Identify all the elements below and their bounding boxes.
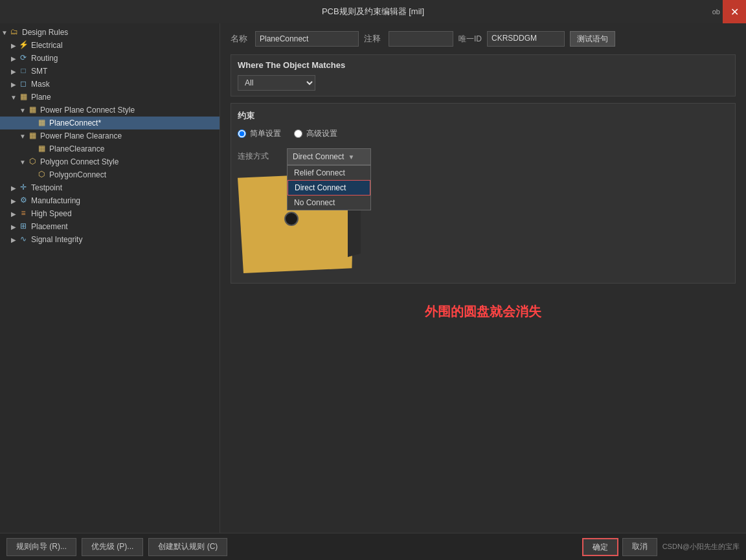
simple-label: 简单设置 [250,128,281,139]
tree-node-icon: ✛ [18,183,28,193]
tree-node-icon: ⊞ [18,221,28,232]
tree-arrow-icon: ▶ [9,185,18,192]
unique-id-label: 唯一ID [458,34,482,45]
priority-button[interactable]: 优先级 (P)... [82,538,143,556]
tree-arrow-icon: ▼ [9,94,18,101]
sidebar-item-plane[interactable]: ▼ ▦ Plane [0,91,220,104]
tree-arrow-icon: ▶ [9,210,18,218]
tree-node-icon: ▦ [36,144,47,154]
constraint-section: 约束 简单设置 高级设置 连接方式 Direct Connect ▼ [231,103,736,284]
tree-node-label: Polygon Connect Style [40,157,119,166]
tree-node-label: Signal Integrity [31,235,82,244]
connect-dropdown-button[interactable]: Direct Connect ▼ [287,148,371,165]
tree-node-icon: ⟳ [18,53,28,63]
tree-node-icon: ≡ [18,208,28,219]
tree-arrow-icon: ▶ [9,236,18,243]
window-title: PCB规则及约束编辑器 [mil] [322,6,424,17]
create-default-button[interactable]: 创建默认规则 (C) [148,538,227,556]
sidebar-item-routing[interactable]: ▶ ⟳ Routing [0,52,220,65]
name-input[interactable] [255,31,359,47]
where-title: Where The Object Matches [238,60,729,70]
pcb-via [284,212,299,226]
tree-node-icon: ⬡ [27,157,38,167]
sidebar-item-planeclearance[interactable]: ▦ PlaneClearance [0,142,220,155]
annotation-text: 外围的圆盘就会消失 [231,297,736,327]
content-panel: 名称 注释 唯一ID CKRSDDGM 测试语句 Where The Objec… [220,23,746,533]
tree-node-label: Electrical [31,41,63,50]
tree-node-label: PolygonConnect [49,170,106,179]
tree-node-label: Routing [31,54,58,63]
sidebar: ▼ 🗂 Design Rules ▶ ⚡ Electrical ▶ ⟳ Rout… [0,23,220,533]
tree-node-label: High Speed [31,209,72,218]
sidebar-item-placement[interactable]: ▶ ⊞ Placement [0,220,220,233]
option-no-connect[interactable]: No Connect [288,196,370,210]
where-section: Where The Object Matches All [231,54,736,96]
connect-label: 连接方式 [238,151,277,162]
tree-arrow-icon: ▶ [9,68,18,75]
sidebar-item-power-plane-connect-style[interactable]: ▼ ▦ Power Plane Connect Style [0,104,220,117]
radio-row: 简单设置 高级设置 [238,128,729,139]
dropdown-menu: Relief Connect Direct Connect No Connect [287,165,371,210]
option-relief-connect[interactable]: Relief Connect [288,166,370,180]
tree-node-label: Manufacturing [31,196,80,205]
name-label: 名称 [231,33,250,45]
tree-node-label: PlaneClearance [49,144,104,153]
simple-radio[interactable]: 简单设置 [238,128,281,139]
title-bar: PCB规则及约束编辑器 [mil] ob ✕ [0,0,746,23]
tree-node-label: Power Plane Connect Style [40,106,135,115]
tree-node-label: Placement [31,222,68,231]
bottom-bar: 规则向导 (R)... 优先级 (P)... 创建默认规则 (C) 确定 取消 … [0,533,746,560]
close-icon: ✕ [730,6,739,18]
close-button[interactable]: ✕ [723,0,746,23]
tree-arrow-icon: ▼ [18,133,27,140]
tree-node-icon: ⬡ [36,170,47,180]
tree-node-label: PlaneConnect* [49,118,101,128]
tree-arrow-icon: ▶ [9,55,18,62]
comment-input[interactable] [389,31,453,47]
tree-arrow-icon: ▶ [9,42,18,49]
sidebar-item-electrical[interactable]: ▶ ⚡ Electrical [0,39,220,52]
connect-dropdown-value: Direct Connect [293,152,344,161]
tree-node-icon: ⚙ [18,196,28,206]
tree-node-icon: ▦ [36,118,47,128]
test-button[interactable]: 测试语句 [570,31,615,47]
sidebar-item-testpoint[interactable]: ▶ ✛ Testpoint [0,181,220,194]
sidebar-item-high-speed[interactable]: ▶ ≡ High Speed [0,207,220,220]
tree-node-label: Design Rules [22,28,68,37]
where-dropdown[interactable]: All [238,75,315,91]
tree-node-label: Power Plane Clearance [40,131,122,140]
constraint-title: 约束 [238,110,729,122]
option-direct-connect[interactable]: Direct Connect [288,180,370,196]
sidebar-item-polygonconnect[interactable]: ⬡ PolygonConnect [0,168,220,181]
tree-node-icon: ⚡ [18,40,28,50]
sidebar-item-design-rules[interactable]: ▼ 🗂 Design Rules [0,26,220,39]
sidebar-item-manufacturing[interactable]: ▶ ⚙ Manufacturing [0,194,220,207]
sidebar-item-power-plane-clearance[interactable]: ▼ ▦ Power Plane Clearance [0,129,220,142]
tree-node-label: Plane [31,93,51,102]
confirm-button[interactable]: 确定 [582,538,618,556]
tree-arrow-icon: ▼ [18,159,27,166]
tree-arrow-icon: ▶ [9,197,18,205]
connect-row: 连接方式 Direct Connect ▼ Relief Connect Dir… [238,148,729,165]
right-label: ob [712,0,720,23]
tree-node-icon: 🗂 [9,27,19,38]
tree-node-icon: □ [18,66,28,76]
tree-node-icon: ▦ [27,131,38,141]
sidebar-item-signal-integrity[interactable]: ▶ ∿ Signal Integrity [0,233,220,246]
sidebar-item-polygon-connect-style[interactable]: ▼ ⬡ Polygon Connect Style [0,155,220,168]
id-value: CKRSDDGM [487,31,565,47]
sidebar-item-mask[interactable]: ▶ ◻ Mask [0,78,220,91]
main-layout: ▼ 🗂 Design Rules ▶ ⚡ Electrical ▶ ⟳ Rout… [0,23,746,533]
tree-node-icon: ◻ [18,79,28,89]
advanced-radio[interactable]: 高级设置 [294,128,337,139]
cancel-button[interactable]: 取消 [622,538,657,556]
sidebar-item-smt[interactable]: ▶ □ SMT [0,65,220,78]
tree-node-label: Mask [31,80,50,89]
sidebar-item-planeconnect[interactable]: ▦ PlaneConnect* [0,117,220,129]
tree-node-icon: ∿ [18,234,28,245]
rule-wizard-button[interactable]: 规则向导 (R)... [6,538,76,556]
tree-node-label: Testpoint [31,183,62,192]
csdn-label: CSDN@小阳先生的宝库 [662,542,740,552]
advanced-label: 高级设置 [306,128,337,139]
tree-arrow-icon: ▼ [18,107,27,114]
